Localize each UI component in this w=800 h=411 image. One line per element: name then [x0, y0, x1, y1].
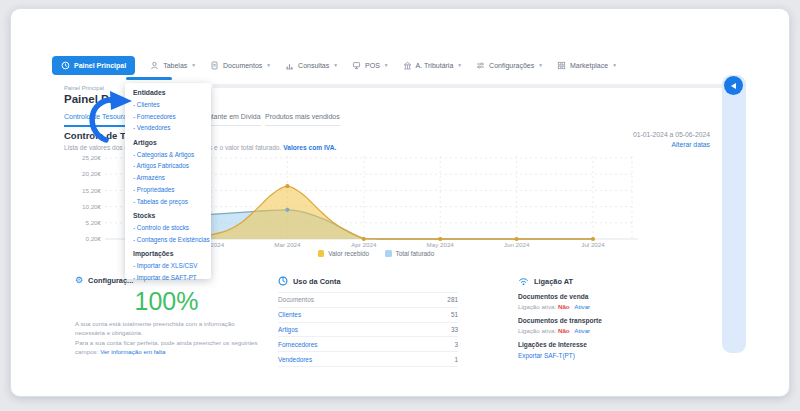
configuracao-text: A sua conta está totalmente preenchida c… [75, 319, 258, 356]
change-dates-link[interactable]: Alterar datas [633, 141, 710, 148]
chart-legend: Valor recebido Total faturado [211, 250, 541, 257]
nav-documentos[interactable]: Documentos▾ [210, 61, 270, 70]
nav-label: A. Tributária [416, 62, 454, 69]
menu-item-contagens-existencias[interactable]: - Contagens de Existências [133, 236, 203, 243]
nav-tabelas-active-underline [126, 77, 172, 80]
screenshot-stage: 25,20€20,20€15,20€10,20€5,20€0,20€Feb 20… [0, 0, 800, 411]
menu-item-tabelas-de-precos[interactable]: - Tabelas de preços [133, 198, 203, 205]
legend-swatch [318, 250, 325, 257]
at-interesse-title: Ligações de Interesse [518, 341, 668, 348]
usage-link-clientes[interactable]: Clientes [278, 311, 301, 318]
ligacao-at-title: Ligação AT [534, 277, 573, 286]
document-icon [210, 61, 219, 70]
nav-consultas[interactable]: Consultas▾ [285, 61, 337, 70]
uso-da-conta-title: Uso da Conta [293, 277, 341, 286]
menu-section-artigos: Artigos [133, 139, 203, 146]
usage-link-fornecedores[interactable]: Fornecedores [278, 341, 317, 348]
users-icon [150, 61, 159, 70]
ligacao-at-header: Ligação AT [518, 276, 668, 286]
table-row: Clientes 51 [278, 308, 458, 323]
at-transporte-status: Ligação ativa: Não Ativar [518, 327, 668, 334]
menu-section-stocks: Stocks [133, 212, 203, 219]
uso-da-conta-header: Uso da Conta [278, 276, 458, 286]
table-row: Artigos 33 [278, 323, 458, 338]
ativar-transporte-link[interactable]: Ativar [574, 327, 590, 334]
nav-a-tributaria[interactable]: A. Tributária▾ [403, 61, 462, 70]
nav-pos[interactable]: POS▾ [352, 61, 388, 70]
menu-item-categorias-artigos[interactable]: - Categorias & Artigos [133, 151, 203, 158]
nav-label: POS [365, 62, 380, 69]
valores-com-iva-link[interactable]: Valores com IVA. [283, 144, 336, 151]
nav-label: Marketplace [570, 62, 608, 69]
chevron-down-icon: ▾ [334, 62, 337, 68]
chevron-down-icon: ▾ [192, 62, 195, 68]
at-transporte-title: Documentos de transporte [518, 317, 668, 324]
configuracao-line1: A sua conta está totalmente preenchida c… [75, 320, 235, 336]
at-venda-title: Documentos de venda [518, 293, 668, 300]
tabelas-dropdown-menu: Entidades - Clientes - Fornecedores - Ve… [125, 83, 211, 279]
menu-item-vendedores[interactable]: - Vendedores [133, 124, 203, 131]
usage-value: 1 [454, 356, 458, 363]
tax-building-icon [403, 61, 412, 70]
usage-value: 51 [451, 311, 458, 318]
tab-produtos-mais-vendidos[interactable]: Produtos mais vendidos [265, 113, 340, 126]
at-venda-status: Ligação ativa: Não Ativar [518, 303, 668, 310]
menu-item-artigos-fabricados[interactable]: - Artigos Fabricados [133, 162, 203, 169]
usage-value: 281 [447, 296, 458, 303]
status-badge: Não [558, 327, 570, 334]
arrow-left-icon [731, 83, 736, 89]
status-label: Ligação ativa: [518, 327, 556, 334]
nav-label: Configurações [489, 62, 534, 69]
status-label: Ligação ativa: [518, 303, 556, 310]
date-range-block: 01-01-2024 a 05-06-2024 Alterar datas [633, 131, 710, 148]
menu-item-clientes[interactable]: - Clientes [133, 101, 203, 108]
menu-item-controlo-de-stocks[interactable]: - Controlo de stocks [133, 224, 203, 231]
menu-item-armazens[interactable]: - Armazéns [133, 174, 203, 181]
menu-item-propriedades[interactable]: - Propriedades [133, 186, 203, 193]
legend-valor-recebido[interactable]: Valor recebido [318, 250, 369, 257]
usage-link-artigos[interactable]: Artigos [278, 326, 298, 333]
menu-item-fornecedores[interactable]: - Fornecedores [133, 113, 203, 120]
table-row: Vendedores 1 [278, 352, 458, 367]
menu-item-importar-saft-pt[interactable]: - Importar de SAFT-PT [133, 274, 203, 281]
legend-total-faturado[interactable]: Total faturado [385, 250, 434, 257]
chevron-down-icon: ▾ [458, 62, 461, 68]
gear-icon: ⚙ [75, 276, 83, 285]
exportar-saft-link[interactable]: Exportar SAF-T(PT) [518, 352, 668, 359]
chevron-down-icon: ▾ [613, 62, 616, 68]
chevron-down-icon: ▾ [385, 62, 388, 68]
legend-swatch [385, 250, 392, 257]
pos-monitor-icon [352, 61, 361, 70]
table-row: Fornecedores 3 [278, 337, 458, 352]
ver-informacao-link[interactable]: Ver informação em falta [100, 348, 165, 355]
menu-item-importar-xls-csv[interactable]: - Importar de XLS/CSV [133, 262, 203, 269]
nav-painel-principal[interactable]: Painel Principal [52, 56, 135, 75]
nav-label: Documentos [223, 62, 262, 69]
legend-label: Total faturado [396, 250, 435, 257]
chevron-down-icon: ▾ [539, 62, 542, 68]
nav-marketplace[interactable]: Marketplace▾ [557, 61, 616, 70]
menu-section-importacoes: Importações [133, 250, 203, 257]
nav-label: Tabelas [163, 62, 187, 69]
side-panel-strip [722, 75, 746, 353]
sliders-icon [476, 61, 485, 70]
breadcrumb: Painel Principal [64, 85, 104, 91]
ligacao-at-card: Ligação AT Documentos de venda Ligação a… [518, 276, 668, 359]
ativar-venda-link[interactable]: Ativar [574, 303, 590, 310]
nav-tabelas[interactable]: Tabelas▾ [150, 61, 195, 70]
completion-percent: 100% [75, 287, 258, 316]
usage-table: Documentos 281 Clientes 51 Artigos 33 Fo… [278, 292, 458, 367]
date-range: 01-01-2024 a 05-06-2024 [633, 131, 710, 138]
table-row: Documentos 281 [278, 293, 458, 308]
usage-label-documentos: Documentos [278, 296, 314, 303]
usage-link-vendedores[interactable]: Vendedores [278, 356, 312, 363]
wifi-icon [518, 276, 529, 286]
usage-value: 3 [454, 341, 458, 348]
usage-gauge-icon [278, 276, 288, 286]
bar-chart-icon [285, 61, 294, 70]
configuracao-card: ⚙ Configuraç... 100% A sua conta está to… [75, 276, 258, 356]
nav-label: Consultas [298, 62, 329, 69]
collapse-panel-button[interactable] [724, 76, 743, 95]
uso-da-conta-card: Uso da Conta Documentos 281 Clientes 51 … [278, 276, 458, 367]
nav-configuracoes[interactable]: Configurações▾ [476, 61, 542, 70]
